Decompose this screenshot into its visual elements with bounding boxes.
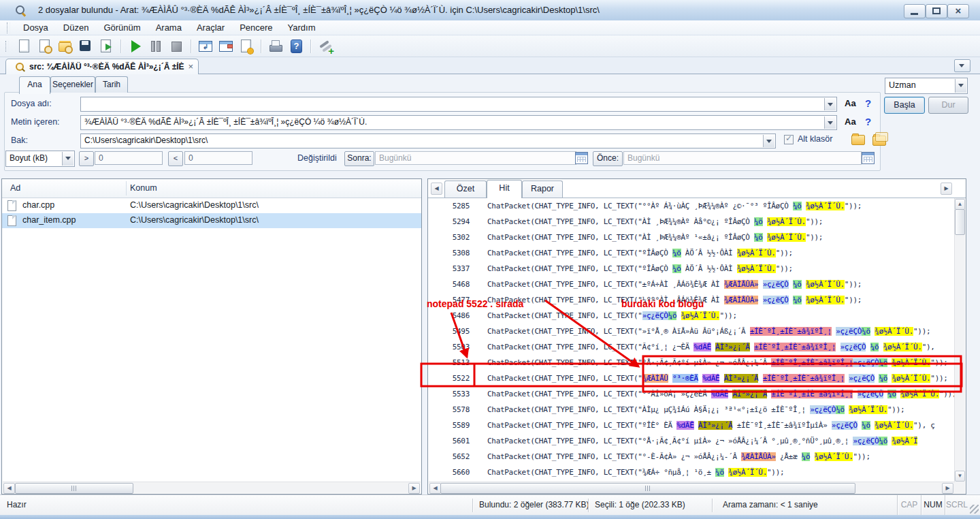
hit-line-5601[interactable]: 5601ChatPacket(CHAT_TYPE_INFO, LC_TEXT("…: [429, 433, 955, 449]
open-folder-icon[interactable]: [57, 38, 74, 54]
chevron-down-icon[interactable]: [824, 116, 836, 129]
file-row[interactable]: char.cppC:\Users\cagricakir\Desktop\1\sr…: [2, 198, 421, 213]
export-icon[interactable]: [98, 38, 114, 54]
menu-görünüm[interactable]: Görünüm: [96, 20, 148, 35]
size-max-field[interactable]: 0: [184, 151, 252, 165]
menu-arama[interactable]: Arama: [148, 20, 189, 35]
file-list-hscrollbar[interactable]: ◀ ▶: [3, 482, 421, 493]
modified-after-button[interactable]: Sonra:: [344, 151, 374, 166]
scroll-left-icon[interactable]: ◀: [3, 483, 15, 494]
tabs-scroll-right-icon[interactable]: ▶: [941, 183, 952, 195]
hit-list[interactable]: 5285ChatPacket(CHAT_TYPE_INFO, LC_TEXT("…: [429, 198, 955, 482]
hit-line-5578[interactable]: 5578ChatPacket(CHAT_TYPE_INFO, LC_TEXT("…: [429, 402, 955, 418]
menu-pencere[interactable]: Pencere: [232, 20, 280, 35]
hit-line-5308[interactable]: 5308ChatPacket(CHAT_TYPE_INFO, LC_TEXT("…: [429, 245, 955, 261]
scroll-left-icon[interactable]: ◀: [429, 483, 441, 494]
scroll-down-icon[interactable]: ▼: [955, 471, 965, 482]
scrollbar-thumb[interactable]: [955, 209, 965, 235]
subfolders-checkbox[interactable]: [784, 135, 794, 144]
help-icon[interactable]: [288, 38, 304, 54]
report-options-icon[interactable]: [238, 38, 255, 54]
tab-rapor[interactable]: Rapor: [522, 180, 563, 198]
hit-line-5486[interactable]: 5486ChatPacket(CHAT_TYPE_INFO, LC_TEXT("…: [429, 308, 955, 324]
modified-before-field[interactable]: Bugünkü: [623, 151, 862, 165]
hit-line-5652[interactable]: 5652ChatPacket(CHAT_TYPE_INFO, LC_TEXT("…: [429, 449, 955, 465]
chevron-down-icon[interactable]: [763, 135, 774, 147]
hit-list-vscrollbar[interactable]: ▲ ▼: [954, 198, 965, 482]
column-divider[interactable]: [126, 181, 127, 195]
customize-icon[interactable]: [317, 38, 333, 54]
modified-after-field[interactable]: Bugünkü: [375, 151, 576, 165]
multiple-folders-icon[interactable]: [872, 136, 886, 146]
tabs-scroll-left-icon[interactable]: ◀: [431, 183, 442, 195]
match-case-button[interactable]: Aa: [845, 98, 856, 108]
file-row[interactable]: char_item.cppC:\Users\cagricakir\Desktop…: [2, 213, 421, 228]
scrollbar-thumb[interactable]: [15, 483, 133, 494]
new-document-icon[interactable]: [16, 38, 33, 54]
chevron-down-icon[interactable]: [62, 152, 74, 166]
mode-select[interactable]: Uzman: [885, 78, 968, 94]
modified-before-button[interactable]: Önce:: [593, 151, 623, 166]
tab-hit[interactable]: Hit: [487, 180, 522, 198]
match-case-button[interactable]: Aa: [845, 116, 856, 127]
column-ad[interactable]: Ad: [10, 183, 20, 193]
menu-araçlar[interactable]: Araçlar: [189, 20, 232, 35]
pause-icon[interactable]: [148, 38, 164, 54]
hit-line-5285[interactable]: 5285ChatPacket(CHAT_TYPE_INFO, LC_TEXT("…: [429, 198, 955, 214]
tab-ozet[interactable]: Özet: [444, 180, 487, 198]
close-tab-icon[interactable]: ×: [188, 61, 193, 72]
size-less-button[interactable]: <: [168, 151, 183, 166]
hit-line-5294[interactable]: 5294ChatPacket(CHAT_TYPE_INFO, LC_TEXT("…: [429, 214, 955, 230]
menu-düzen[interactable]: Düzen: [56, 20, 97, 35]
size-greater-button[interactable]: >: [79, 151, 94, 166]
browse-folder-icon[interactable]: [851, 135, 865, 145]
chevron-down-icon[interactable]: [824, 98, 836, 110]
hit-line-5513[interactable]: 5513ChatPacket(CHAT_TYPE_INFO, LC_TEXT("…: [429, 355, 955, 371]
toggle-results-icon[interactable]: [197, 38, 214, 54]
size-type-select[interactable]: Boyut (kB): [5, 151, 75, 167]
tab-secenekler[interactable]: Seçenekler: [50, 76, 95, 93]
tab-ana[interactable]: Ana: [19, 76, 50, 94]
calendar-icon[interactable]: [575, 152, 588, 164]
start-button[interactable]: Başla: [884, 97, 925, 114]
maximize-button[interactable]: [926, 4, 947, 18]
help-expression-button[interactable]: ?: [865, 97, 871, 109]
hit-line-5660[interactable]: 5660ChatPacket(CHAT_TYPE_INFO, LC_TEXT("…: [429, 465, 955, 480]
menu-yardım[interactable]: Yardım: [280, 20, 323, 35]
calendar-icon[interactable]: [862, 152, 875, 164]
hit-line-5302[interactable]: 5302ChatPacket(CHAT_TYPE_INFO, LC_TEXT("…: [429, 230, 955, 245]
search-page-icon[interactable]: [37, 38, 53, 54]
help-expression-button[interactable]: ?: [865, 116, 871, 127]
hit-line-5589[interactable]: 5589ChatPacket(CHAT_TYPE_INFO, LC_TEXT("…: [429, 418, 955, 433]
scroll-right-icon[interactable]: ▶: [408, 483, 420, 494]
stop-icon[interactable]: [168, 38, 184, 54]
scroll-up-icon[interactable]: ▲: [955, 199, 965, 210]
size-min-field[interactable]: 0: [95, 151, 163, 165]
start-search-icon[interactable]: [127, 38, 144, 54]
window-layout-icon[interactable]: [218, 38, 234, 54]
tab-tarih[interactable]: Tarih: [95, 76, 128, 93]
tab-list-dropdown[interactable]: [954, 59, 970, 72]
hit-line-5522[interactable]: 5522ChatPacket(CHAT_TYPE_INFO, LC_TEXT("…: [429, 371, 955, 386]
stop-button[interactable]: Dur: [928, 97, 968, 114]
print-icon[interactable]: [267, 38, 284, 54]
hit-line-5337[interactable]: 5337ChatPacket(CHAT_TYPE_INFO, LC_TEXT("…: [429, 261, 955, 277]
hit-line-5503[interactable]: 5503ChatPacket(CHAT_TYPE_INFO, LC_TEXT("…: [429, 339, 955, 355]
containing-text-input[interactable]: ¾ÆÀÌÅÛ °³·®ÈÄ %dÃÊ ÀÌ³»¿¡´Â ±ÍÈ¯ºÎ¸ ±ÍÈ¯…: [80, 115, 837, 130]
minimize-button[interactable]: [904, 4, 926, 18]
scrollbar-thumb[interactable]: [440, 483, 855, 494]
chevron-down-icon[interactable]: [955, 79, 966, 93]
hit-line-5533[interactable]: 5533ChatPacket(CHAT_TYPE_INFO, LC_TEXT("…: [429, 386, 955, 402]
scroll-right-icon[interactable]: ▶: [942, 483, 953, 494]
menu-dosya[interactable]: Dosya: [16, 20, 56, 35]
save-icon[interactable]: [78, 38, 94, 54]
resize-grip[interactable]: [970, 505, 979, 514]
look-in-input[interactable]: C:\Users\cagricakir\Desktop\1\src\: [80, 133, 776, 148]
column-konum[interactable]: Konum: [130, 183, 157, 193]
hit-line-5495[interactable]: 5495ChatPacket(CHAT_TYPE_INFO, LC_TEXT("…: [429, 324, 955, 339]
hit-line-5468[interactable]: 5468ChatPacket(CHAT_TYPE_INFO, LC_TEXT("…: [429, 277, 955, 292]
close-button[interactable]: [947, 4, 969, 18]
file-name-input[interactable]: [80, 97, 837, 112]
search-tab[interactable]: src: ¾ÆÀÌÅÛ °³·®ÈÄ %dÃÊ ÀÌ³»¿¡´Â ±ÍÈ... …: [5, 59, 199, 74]
hit-list-hscrollbar[interactable]: ◀ ▶: [429, 482, 954, 493]
